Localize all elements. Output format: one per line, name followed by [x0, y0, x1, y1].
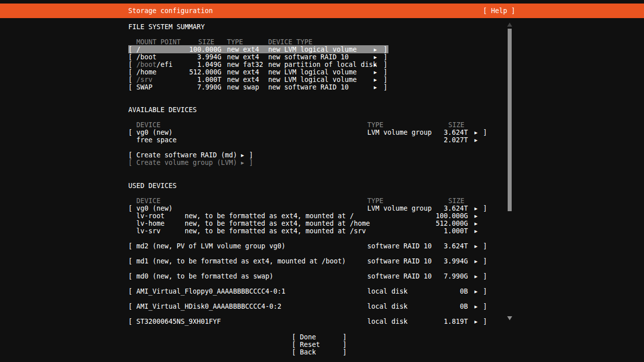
volume-name: lv-home	[136, 220, 165, 227]
expand-arrow-icon: ▶	[474, 318, 477, 325]
device-type: new software RAID 10	[268, 53, 349, 61]
page-title: Storage configuration	[128, 4, 213, 18]
volume-description: new, to be formatted as ext4, mounted at…	[185, 227, 366, 235]
row-open-bracket: [	[128, 318, 132, 325]
button-close-bracket: ]	[343, 348, 347, 356]
size: 3.624T	[428, 205, 468, 212]
fs-row-swap[interactable]: [ SWAP 7.990G new swap new software RAID…	[0, 83, 523, 91]
button-open-bracket: [	[292, 341, 296, 348]
expand-arrow-icon: ▶	[474, 129, 477, 136]
row-close-bracket: ]	[383, 53, 387, 61]
col-header-size: SIZE	[448, 197, 464, 205]
device-type: new LVM logical volume	[268, 76, 357, 83]
reset-button[interactable]: [ Reset ]	[0, 341, 523, 348]
mount-point: /efi	[156, 61, 173, 68]
row-open-bracket: [	[128, 151, 132, 159]
device-name: ST32000645NS_9XH01FYF	[136, 318, 221, 325]
row-open-bracket: [	[128, 273, 132, 280]
col-header-type: TYPE	[227, 38, 243, 46]
device-type: local disk	[367, 288, 408, 295]
row-open-bracket: [	[128, 129, 132, 136]
row-close-bracket: ]	[383, 61, 387, 68]
used-row-virtual-hdisk[interactable]: [ AMI_Virtual_HDisk0_AAAABBBBCCCC4-0:2 l…	[0, 303, 523, 310]
device-type: new partition of local disk	[268, 61, 377, 68]
used-row-lv-srv[interactable]: lv-srv new, to be formatted as ext4, mou…	[0, 227, 523, 235]
row-close-bracket: ]	[249, 159, 253, 166]
expand-arrow-icon: ▶	[474, 303, 477, 310]
fs-type: new ext4	[227, 76, 259, 83]
expand-arrow-icon: ▶	[374, 61, 377, 68]
volume-name: lv-root	[136, 212, 165, 220]
scrollbar-up-arrow-icon[interactable]	[507, 23, 512, 27]
row-open-bracket: [	[128, 257, 132, 265]
available-devices-heading: AVAILABLE DEVICES	[128, 106, 197, 114]
used-row-lv-home[interactable]: lv-home new, to be formatted as ext4, mo…	[0, 220, 523, 227]
used-row-vg0[interactable]: [ vg0 (new) LVM volume group 3.624T ▶ ]	[0, 205, 523, 212]
size: 3.624T	[428, 242, 468, 250]
row-close-bracket: ]	[483, 273, 487, 280]
expand-arrow-icon: ▶	[374, 76, 377, 83]
available-row-vg0[interactable]: [ vg0 (new) LVM volume group 3.624T ▶ ]	[0, 129, 523, 136]
fs-type: new ext4	[227, 68, 259, 76]
size: 3.994G	[177, 53, 221, 61]
create-volume-group-button-disabled: [ Create volume group (LVM) ▶ ]	[0, 159, 523, 166]
fs-type: new ext4	[227, 53, 259, 61]
row-close-bracket: ]	[483, 205, 487, 212]
expand-arrow-icon: ▶	[474, 288, 477, 295]
col-header-size: SIZE	[448, 121, 464, 129]
row-open-bracket: [	[128, 159, 132, 166]
used-row-virtual-floppy[interactable]: [ AMI_Virtual_Floppy0_AAAABBBBCCCC4-0:1 …	[0, 288, 523, 295]
device-type: new LVM logical volume	[268, 68, 357, 76]
scrollbar-down-arrow-icon[interactable]	[507, 316, 512, 320]
row-open-bracket: [	[128, 76, 132, 83]
expand-arrow-icon: ▶	[474, 227, 477, 235]
size: 3.624T	[428, 129, 468, 136]
size: 1.000T	[177, 76, 221, 83]
available-row-free-space[interactable]: free space 2.027T ▶	[0, 136, 523, 144]
row-close-bracket: ]	[249, 151, 253, 159]
size: 1.049G	[177, 61, 221, 68]
used-devices-heading: USED DEVICES	[128, 182, 177, 190]
button-label: Back	[300, 348, 316, 356]
expand-arrow-icon: ▶	[474, 220, 477, 227]
device-type: software RAID 10	[367, 257, 432, 265]
size: 100.000G	[428, 212, 468, 220]
size: 7.990G	[428, 273, 468, 280]
row-close-bracket: ]	[483, 318, 487, 325]
size: 0B	[428, 303, 468, 310]
row-close-bracket: ]	[483, 129, 487, 136]
fs-row-home[interactable]: [ /home 512.000G new ext4 new LVM logica…	[0, 68, 523, 76]
title-bar: Storage configuration [ Help ]	[0, 4, 644, 18]
used-row-md1[interactable]: [ md1 (new, to be formatted as ext4, mou…	[0, 257, 523, 265]
back-button[interactable]: [ Back ]	[0, 348, 523, 356]
button-open-bracket: [	[292, 333, 296, 341]
scrollbar-thumb[interactable]	[508, 29, 512, 211]
device-name: md0 (new, to be formatted as swap)	[136, 273, 273, 280]
device-name: vg0 (new)	[136, 129, 173, 136]
fs-row-srv[interactable]: [ /srv 1.000T new ext4 new LVM logical v…	[0, 76, 523, 83]
row-open-bracket: [	[128, 83, 132, 91]
device-name: AMI_Virtual_Floppy0_AAAABBBBCCCC4-0:1	[136, 288, 285, 295]
row-close-bracket: ]	[483, 288, 487, 295]
expand-arrow-icon: ▶	[374, 83, 377, 91]
device-name: md2 (new, PV of LVM volume group vg0)	[136, 242, 285, 250]
device-name: vg0 (new)	[136, 205, 173, 212]
fs-row-root[interactable]: [ / 100.000G new ext4 new LVM logical vo…	[0, 46, 523, 53]
create-software-raid-button[interactable]: [ Create software RAID (md) ▶ ]	[0, 151, 523, 159]
used-row-md2[interactable]: [ md2 (new, PV of LVM volume group vg0) …	[0, 242, 523, 250]
help-button[interactable]: [ Help ]	[483, 4, 515, 18]
fs-row-boot-efi[interactable]: [ /boot /efi 1.049G new fat32 new partit…	[0, 61, 523, 68]
expand-arrow-icon: ▶	[374, 53, 377, 61]
size: 0B	[428, 288, 468, 295]
done-button[interactable]: [ Done ]	[0, 333, 523, 341]
device-name: md1 (new, to be formatted as ext4, mount…	[136, 257, 346, 265]
expand-arrow-icon: ▶	[474, 212, 477, 220]
used-row-lv-root[interactable]: lv-root new, to be formatted as ext4, mo…	[0, 212, 523, 220]
row-close-bracket: ]	[483, 257, 487, 265]
fs-row-boot[interactable]: [ /boot 3.994G new ext4 new software RAI…	[0, 53, 523, 61]
size: 2.027T	[428, 136, 468, 144]
mount-point: /	[136, 46, 140, 53]
device-type: LVM volume group	[367, 129, 432, 136]
used-row-st32000645ns[interactable]: [ ST32000645NS_9XH01FYF local disk 1.819…	[0, 318, 523, 325]
used-row-md0[interactable]: [ md0 (new, to be formatted as swap) sof…	[0, 273, 523, 280]
